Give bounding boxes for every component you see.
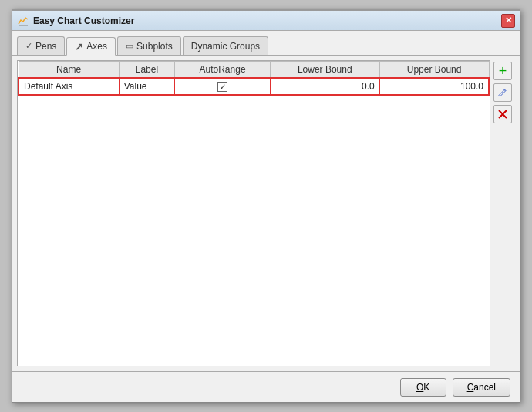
- tab-bar: ✓ Pens ↗ Axes ▭ Subplots Dynamic Groups: [12, 31, 520, 56]
- axes-table: Name Label AutoRange Lower Bound Upper B…: [18, 61, 490, 96]
- tab-subplots-label: Subplots: [136, 41, 173, 52]
- ok-underline: O: [416, 382, 423, 393]
- col-lower-bound: Lower Bound: [270, 62, 379, 79]
- table-row[interactable]: Default Axis Value ✓ 0.0 100.0: [19, 78, 489, 95]
- tab-axes[interactable]: ↗ Axes: [66, 37, 116, 56]
- col-name: Name: [19, 62, 119, 79]
- tab-axes-label: Axes: [86, 41, 107, 52]
- row-label: Value: [119, 78, 175, 95]
- cancel-underline: C: [467, 382, 474, 393]
- tab-pens-label: Pens: [35, 41, 56, 52]
- main-window: Easy Chart Customizer ✕ ✓ Pens ↗ Axes ▭ …: [12, 9, 520, 403]
- side-buttons: +: [490, 60, 515, 366]
- row-name: Default Axis: [19, 78, 119, 95]
- table-header-row: Name Label AutoRange Lower Bound Upper B…: [19, 62, 489, 79]
- tab-subplots[interactable]: ▭ Subplots: [117, 36, 181, 55]
- autorange-checkbox[interactable]: ✓: [217, 82, 227, 92]
- edit-button[interactable]: [493, 83, 512, 102]
- title-bar: Easy Chart Customizer ✕: [12, 11, 520, 31]
- app-icon: [17, 15, 29, 27]
- subplots-tab-icon: ▭: [126, 41, 133, 51]
- cancel-button[interactable]: Cancel: [453, 378, 510, 397]
- autorange-checkbox-container: ✓: [180, 82, 265, 92]
- tab-pens[interactable]: ✓ Pens: [17, 36, 65, 55]
- tab-dynamic-groups-label: Dynamic Groups: [191, 41, 260, 52]
- cancel-rest: ancel: [473, 382, 496, 393]
- window-title: Easy Chart Customizer: [33, 15, 134, 26]
- axes-tab-icon: ↗: [75, 41, 83, 52]
- title-bar-left: Easy Chart Customizer: [17, 15, 134, 27]
- bottom-bar: OK Cancel: [12, 371, 520, 402]
- axes-table-container: Name Label AutoRange Lower Bound Upper B…: [17, 60, 490, 366]
- ok-button[interactable]: OK: [400, 378, 446, 397]
- row-lower-bound: 0.0: [270, 78, 379, 95]
- col-label: Label: [119, 62, 175, 79]
- delete-button[interactable]: [493, 105, 512, 123]
- add-button[interactable]: +: [493, 62, 512, 80]
- col-upper-bound: Upper Bound: [379, 62, 489, 79]
- main-content: Name Label AutoRange Lower Bound Upper B…: [12, 56, 520, 371]
- row-autorange[interactable]: ✓: [175, 78, 271, 95]
- col-autorange: AutoRange: [175, 62, 271, 79]
- pens-tab-icon: ✓: [25, 41, 32, 51]
- close-button[interactable]: ✕: [501, 14, 515, 28]
- row-upper-bound: 100.0: [379, 78, 489, 95]
- tab-dynamic-groups[interactable]: Dynamic Groups: [183, 36, 268, 55]
- ok-rest: K: [423, 382, 429, 393]
